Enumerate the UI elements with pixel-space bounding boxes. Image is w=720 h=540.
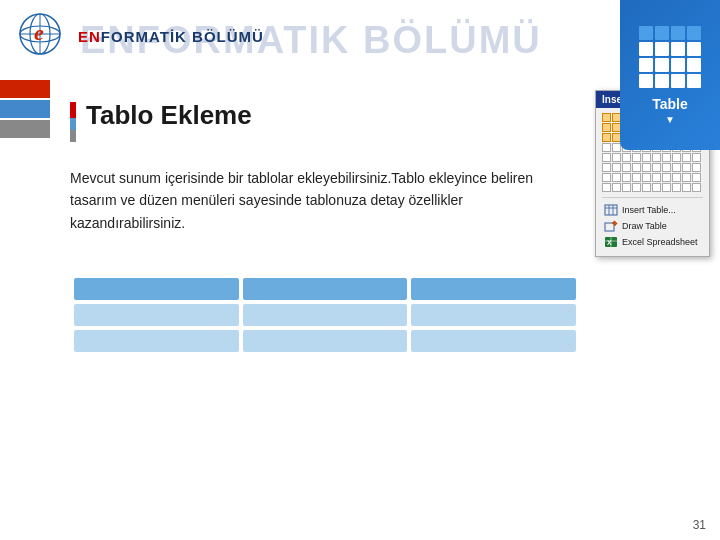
insert-cell[interactable]	[682, 163, 691, 172]
insert-cell[interactable]	[652, 163, 661, 172]
header-en: EN	[78, 28, 101, 45]
table-icon-arrow: ▼	[665, 114, 675, 125]
insert-cell[interactable]	[642, 163, 651, 172]
draw-table-icon	[604, 220, 618, 232]
insert-cell[interactable]	[652, 153, 661, 162]
table-cell	[411, 304, 576, 326]
insert-cell[interactable]	[662, 183, 671, 192]
table-cell	[74, 330, 239, 352]
insert-cell[interactable]	[692, 173, 701, 182]
insert-cell[interactable]	[632, 173, 641, 182]
insert-cell[interactable]	[622, 163, 631, 172]
left-bar-gray	[0, 120, 50, 138]
table-cell	[74, 304, 239, 326]
slide-title: Tablo Ekleme	[86, 100, 252, 131]
panel-divider	[602, 197, 703, 198]
insert-cell[interactable]	[662, 163, 671, 172]
draw-table-label: Draw Table	[622, 221, 667, 231]
grid-cell	[639, 26, 653, 40]
page-number: 31	[693, 518, 706, 532]
insert-cell[interactable]	[682, 183, 691, 192]
insert-cell[interactable]	[642, 173, 651, 182]
table-icon-container[interactable]: Table ▼	[620, 0, 720, 150]
excel-item[interactable]: X Excel Spreadsheet	[602, 234, 703, 250]
table-cell	[411, 330, 576, 352]
insert-cell[interactable]	[622, 153, 631, 162]
grid-cell	[639, 74, 653, 88]
logo: e	[16, 10, 76, 70]
insert-cell[interactable]	[602, 123, 611, 132]
insert-cell[interactable]	[692, 183, 701, 192]
insert-cell[interactable]	[682, 153, 691, 162]
grid-cell	[671, 42, 685, 56]
grid-cell	[671, 58, 685, 72]
grid-cell	[671, 26, 685, 40]
insert-cell[interactable]	[602, 133, 611, 142]
insert-cell[interactable]	[652, 183, 661, 192]
grid-cell	[655, 42, 669, 56]
grid-cell	[687, 26, 701, 40]
insert-cell[interactable]	[622, 173, 631, 182]
insert-cell[interactable]	[642, 183, 651, 192]
left-bars	[0, 80, 50, 138]
insert-cell[interactable]	[632, 153, 641, 162]
insert-cell[interactable]	[632, 163, 641, 172]
grid-cell	[687, 58, 701, 72]
header: e ENFORMATIK BÖLÜMÜ EN FORMATİK BÖLÜMÜ	[0, 0, 720, 80]
insert-cell[interactable]	[622, 183, 631, 192]
insert-cell[interactable]	[662, 153, 671, 162]
insert-cell[interactable]	[692, 163, 701, 172]
insert-cell[interactable]	[692, 153, 701, 162]
demo-table	[70, 274, 580, 356]
grid-cell	[687, 42, 701, 56]
grid-cell	[671, 74, 685, 88]
table-cell	[74, 278, 239, 300]
grid-cell	[655, 58, 669, 72]
insert-cell[interactable]	[642, 153, 651, 162]
insert-cell[interactable]	[612, 183, 621, 192]
insert-cell[interactable]	[672, 153, 681, 162]
insert-cell[interactable]	[652, 173, 661, 182]
table-row	[74, 330, 576, 352]
table-cell	[243, 304, 408, 326]
excel-icon: X	[604, 236, 618, 248]
svg-rect-10	[605, 223, 614, 231]
insert-table-item[interactable]: Insert Table...	[602, 202, 703, 218]
excel-label: Excel Spreadsheet	[622, 237, 698, 247]
table-icon-label: Table	[652, 96, 688, 112]
insert-cell[interactable]	[602, 183, 611, 192]
insert-cell[interactable]	[612, 153, 621, 162]
draw-table-item[interactable]: Draw Table	[602, 218, 703, 234]
insert-cell[interactable]	[672, 173, 681, 182]
insert-cell[interactable]	[602, 163, 611, 172]
grid-cell	[639, 58, 653, 72]
svg-text:e: e	[34, 20, 44, 45]
table-icon-grid	[639, 26, 701, 88]
slide-body: Mevcut sunum içerisinde bir tablolar ekl…	[70, 167, 580, 234]
insert-cell[interactable]	[632, 183, 641, 192]
grid-cell	[639, 42, 653, 56]
header-rest: FORMATİK BÖLÜMÜ	[101, 28, 264, 45]
table-cell	[243, 278, 408, 300]
insert-cell[interactable]	[602, 143, 611, 152]
left-bar-red	[0, 80, 50, 98]
insert-cell[interactable]	[672, 183, 681, 192]
title-area: Tablo Ekleme	[70, 100, 580, 149]
insert-cell[interactable]	[602, 173, 611, 182]
main-content: Tablo Ekleme Mevcut sunum içerisinde bir…	[50, 80, 600, 540]
insert-cell[interactable]	[662, 173, 671, 182]
insert-cell[interactable]	[612, 163, 621, 172]
table-cell	[243, 330, 408, 352]
insert-cell[interactable]	[602, 113, 611, 122]
grid-cell	[655, 74, 669, 88]
grid-cell	[687, 74, 701, 88]
insert-cell[interactable]	[682, 173, 691, 182]
left-bar-blue	[0, 100, 50, 118]
svg-rect-6	[605, 205, 617, 215]
insert-table-icon	[604, 204, 618, 216]
insert-cell[interactable]	[612, 173, 621, 182]
insert-cell[interactable]	[672, 163, 681, 172]
table-cell	[411, 278, 576, 300]
title-decor-bar	[70, 102, 76, 142]
insert-cell[interactable]	[602, 153, 611, 162]
